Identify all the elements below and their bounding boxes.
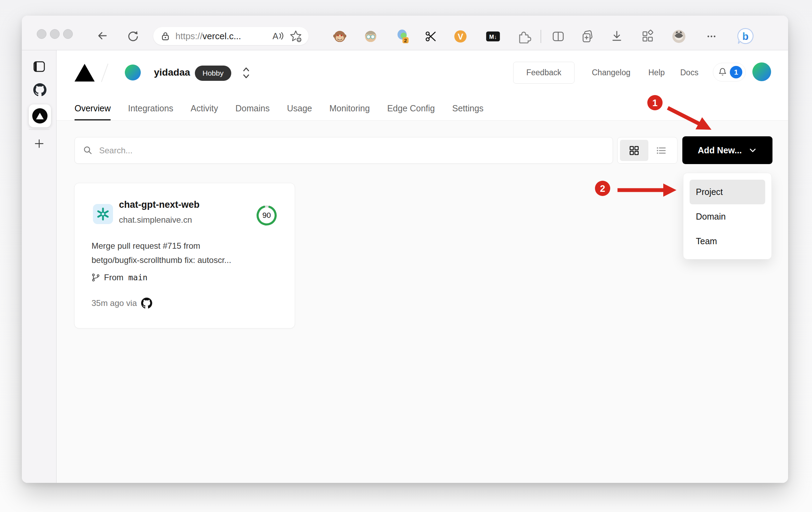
bing-b-glyph: b: [742, 31, 749, 42]
add-new-dropdown: Project Domain Team: [683, 173, 772, 259]
split-screen-button[interactable]: [551, 29, 565, 43]
url-host: vercel.c...: [202, 31, 241, 41]
docs-link[interactable]: Docs: [680, 68, 698, 77]
lock-icon: [160, 31, 171, 41]
plus-icon: [34, 138, 44, 149]
deployed-time: 35m ago via: [92, 298, 137, 308]
extension-monkey-button[interactable]: [333, 29, 347, 43]
commit-line-1: Merge pull request #715 from: [92, 239, 231, 253]
notifications-button[interactable]: 1: [713, 63, 746, 82]
search-box[interactable]: [75, 137, 613, 164]
project-name[interactable]: chat-gpt-next-web: [119, 199, 200, 210]
extension-markdown-button[interactable]: M↓: [485, 30, 501, 43]
browser-body: yidadaa Hobby Feedback Changelog Help Do…: [22, 50, 788, 483]
chevron-down-icon: [749, 146, 757, 154]
minimize-window-button[interactable]: [50, 29, 60, 39]
close-window-button[interactable]: [37, 29, 46, 39]
url-protocol: https://: [175, 31, 202, 41]
apps-grid-icon: [641, 29, 655, 43]
back-arrow-icon: [96, 29, 109, 42]
plan-badge: Hobby: [195, 66, 231, 81]
project-card[interactable]: chat-gpt-next-web chat.simplenaive.cn 90…: [74, 183, 295, 328]
toolbar-divider: [541, 30, 541, 43]
commit-message: Merge pull request #715 from betgo/bugfi…: [92, 239, 231, 267]
branch-row: From main: [92, 273, 147, 282]
downloads-button[interactable]: [610, 29, 624, 43]
up-down-chevron-icon: [242, 65, 251, 81]
changelog-link[interactable]: Changelog: [592, 68, 630, 77]
vercel-page: yidadaa Hobby Feedback Changelog Help Do…: [57, 50, 788, 483]
grid-view-icon: [628, 145, 640, 156]
collections-button[interactable]: [580, 29, 594, 43]
vertical-tabs-sidebar: [22, 50, 57, 483]
vercel-favicon: [32, 108, 47, 123]
browser-profile-button[interactable]: [671, 29, 686, 44]
dashboard-tabs: Overview Integrations Activity Domains U…: [75, 103, 484, 120]
refresh-icon: [127, 29, 139, 42]
dropdown-item-team[interactable]: Team: [690, 229, 765, 254]
team-switcher-button[interactable]: [242, 65, 251, 82]
extension-video-button[interactable]: V: [453, 29, 468, 44]
github-icon: [141, 298, 152, 309]
maximize-window-button[interactable]: [63, 29, 73, 39]
score-value: 90: [255, 204, 278, 227]
tab-github[interactable]: [33, 83, 46, 96]
view-toggle: [617, 137, 677, 164]
address-bar[interactable]: https://vercel.c... A: [153, 27, 309, 45]
tab-domains[interactable]: Domains: [235, 103, 270, 120]
from-label: From: [104, 273, 123, 282]
new-tab-button[interactable]: [34, 138, 44, 149]
grid-view-button[interactable]: [620, 140, 648, 161]
add-favorite-icon[interactable]: [289, 29, 302, 43]
extension-persona-button[interactable]: [364, 29, 378, 43]
extension-tab-group-button[interactable]: 2: [396, 29, 411, 44]
tab-integrations[interactable]: Integrations: [128, 103, 173, 120]
help-link[interactable]: Help: [648, 68, 665, 77]
tab-edge-config[interactable]: Edge Config: [387, 103, 435, 120]
add-new-button[interactable]: Add New...: [682, 136, 772, 164]
tab-group-icon: 2: [396, 29, 411, 44]
tab-overview[interactable]: Overview: [75, 103, 111, 120]
project-domain[interactable]: chat.simplenaive.cn: [119, 215, 192, 225]
vercel-logo[interactable]: [75, 64, 95, 82]
tab-activity[interactable]: Activity: [191, 103, 218, 120]
team-avatar[interactable]: [125, 65, 141, 80]
svg-text:A: A: [273, 31, 278, 41]
back-button[interactable]: [96, 29, 109, 42]
refresh-button[interactable]: [127, 29, 139, 42]
granny-avatar-icon: [364, 29, 378, 43]
markdown-icon: M↓: [485, 30, 501, 43]
more-options-button[interactable]: [705, 30, 718, 43]
dropdown-item-domain[interactable]: Domain: [690, 204, 765, 229]
tab-vercel-active[interactable]: [29, 104, 51, 127]
puzzle-icon: [517, 29, 531, 44]
split-screen-icon: [551, 29, 565, 43]
read-aloud-icon[interactable]: A: [271, 30, 284, 42]
toggle-vertical-tabs-button[interactable]: [33, 61, 45, 72]
profile-cat-avatar: [671, 29, 686, 44]
scissors-icon: [424, 29, 438, 43]
team-name: yidadaa: [154, 67, 190, 78]
extensions-menu-button[interactable]: [517, 29, 531, 44]
github-icon: [33, 83, 46, 96]
add-new-label: Add New...: [698, 145, 742, 155]
monkey-icon: [333, 29, 347, 43]
list-view-button[interactable]: [648, 140, 675, 161]
extension-scissors-button[interactable]: [424, 29, 438, 43]
apps-button[interactable]: [641, 29, 655, 43]
tab-settings[interactable]: Settings: [452, 103, 483, 120]
deployment-meta: 35m ago via: [92, 298, 152, 309]
markdown-label: M↓: [489, 34, 497, 40]
search-input[interactable]: [99, 146, 604, 155]
bing-chat-icon: b: [736, 27, 754, 45]
tab-monitoring[interactable]: Monitoring: [329, 103, 370, 120]
feedback-button[interactable]: Feedback: [513, 62, 575, 84]
search-icon: [83, 146, 93, 155]
account-avatar[interactable]: [752, 62, 771, 81]
sidebar-divider: [29, 129, 50, 130]
tab-usage[interactable]: Usage: [287, 103, 312, 120]
openai-logo-icon: [96, 207, 110, 221]
bing-chat-button[interactable]: b: [736, 27, 754, 45]
dropdown-item-project[interactable]: Project: [690, 180, 765, 204]
sidebar-pane-icon: [33, 61, 45, 72]
